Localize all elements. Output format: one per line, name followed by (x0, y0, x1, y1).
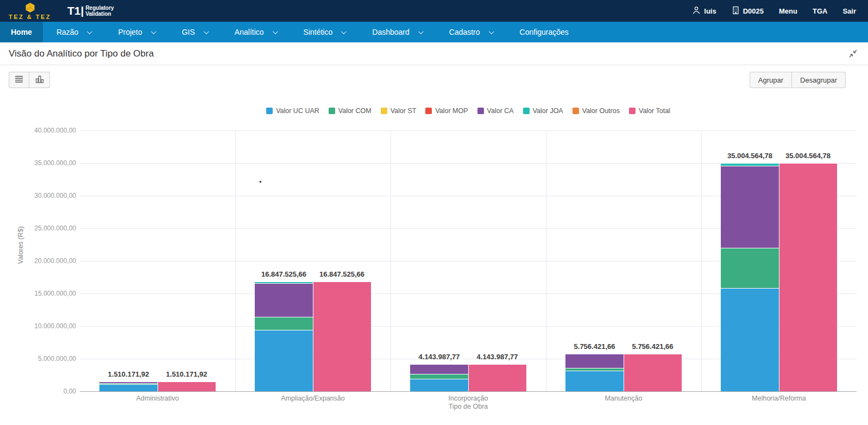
artifact-dot (260, 181, 261, 183)
bar-segment-valor-com[interactable] (410, 374, 468, 379)
y-tick-label: 5.000.000,00 (8, 355, 76, 362)
gridline-v (391, 130, 391, 391)
bar-segment-valor-uc-uar[interactable] (255, 330, 313, 391)
x-category-label: Incorporação (408, 395, 528, 402)
bar-total-melhoria-reforma[interactable] (779, 163, 837, 391)
bar-total-administrativo[interactable] (158, 382, 216, 391)
y-tick-label: 0,00 (8, 388, 76, 395)
value-label: 4.143.987,77 (449, 353, 546, 361)
y-tick-label: 40.000.000,00 (8, 127, 76, 134)
gridline-v (701, 130, 702, 391)
bar-segment-valor-ca[interactable] (410, 364, 468, 373)
gridline-h (80, 130, 857, 131)
bar-segment-valor-com[interactable] (565, 368, 624, 371)
x-axis-title: Tipo de Obra (414, 403, 523, 410)
bar-segment-valor-joa[interactable] (255, 282, 313, 283)
value-label: 5.756.421,66 (604, 342, 702, 351)
y-axis-title: Valores (R$) (17, 191, 24, 299)
bar-segment-valor-com[interactable] (721, 248, 779, 288)
y-tick-label: 35.000.000,00 (8, 159, 76, 167)
app-window: TEZ & TEZ T1| Regulatory Validation luis (0, 0, 868, 425)
bar-segment-valor-uc-uar[interactable] (721, 288, 779, 391)
bar-segment-valor-ca[interactable] (721, 166, 779, 248)
bar-segment-valor-com[interactable] (99, 383, 158, 384)
x-category-label: Administrativo (98, 395, 217, 402)
x-category-label: Manutenção (564, 395, 683, 402)
chart-canvas: 0,005.000.000,0010.000.000,0015.000.000,… (0, 0, 868, 425)
bar-segment-valor-ca[interactable] (255, 283, 313, 317)
bar-segment-valor-ca[interactable] (99, 382, 158, 383)
value-label: 1.510.171,92 (138, 370, 236, 378)
bar-segment-valor-com[interactable] (255, 317, 313, 330)
x-category-label: Melhoria/Reforma (719, 395, 839, 402)
bar-segment-valor-uc-uar[interactable] (410, 379, 468, 391)
bar-segment-valor-ca[interactable] (565, 354, 624, 368)
value-label: 16.847.525,66 (293, 270, 391, 278)
y-tick-label: 10.000.000,00 (8, 322, 76, 330)
bar-segment-valor-uc-uar[interactable] (99, 384, 158, 391)
bar-segment-valor-uc-uar[interactable] (565, 371, 624, 391)
bar-total-incorporacao[interactable] (469, 364, 526, 391)
bar-segment-valor-joa[interactable] (721, 163, 779, 166)
gridline-v (235, 130, 236, 391)
value-label: 35.004.564,78 (759, 152, 857, 160)
x-category-label: Ampliação/Expansão (253, 395, 373, 402)
bar-total-manutencao[interactable] (624, 354, 682, 391)
bar-total-ampliacao-expansao[interactable] (313, 282, 371, 391)
gridline-v (546, 130, 546, 391)
